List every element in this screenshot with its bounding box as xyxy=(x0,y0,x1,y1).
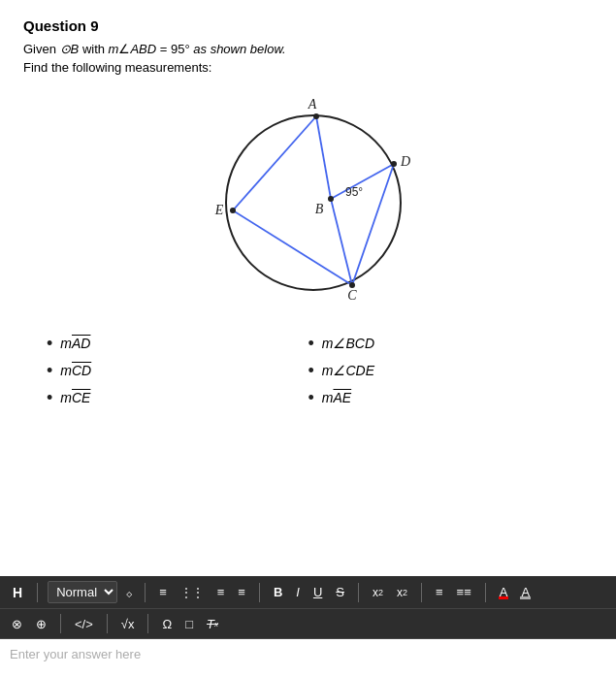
measurement-mCDE: • m∠CDE xyxy=(308,362,570,379)
svg-line-6 xyxy=(233,210,352,285)
divider-4 xyxy=(358,583,359,602)
bullet-3: • xyxy=(47,389,52,406)
mAD-label: mAD xyxy=(60,336,90,351)
underline-button[interactable]: U xyxy=(309,583,326,601)
page-content: Question 9 Given ⊙B with m∠ABD = 95° as … xyxy=(0,0,616,406)
find-text: Find the following measurements: xyxy=(23,60,593,75)
bullet-2: • xyxy=(47,362,52,379)
divider-3 xyxy=(259,583,260,602)
bullet-4: • xyxy=(308,335,314,352)
diagram-svg: A B 95° C D E xyxy=(173,84,444,317)
measurements-col-right: • m∠BCD • m∠CDE • mAE xyxy=(308,335,570,406)
mCE-label: mCE xyxy=(60,390,90,405)
sqrt-btn[interactable]: √x xyxy=(117,615,139,633)
given-suffix: as shown below. xyxy=(193,42,285,56)
measurements-col-left: • mAD • mCD • mCE xyxy=(47,335,308,406)
svg-point-0 xyxy=(226,115,401,290)
style-select[interactable]: Normal xyxy=(48,581,117,603)
divider-2 xyxy=(145,583,146,602)
answer-input-area[interactable]: Enter your answer here xyxy=(0,639,616,676)
justify-btn[interactable]: ≡ xyxy=(234,583,249,601)
heading-button[interactable]: H xyxy=(8,583,27,602)
label-A: A xyxy=(307,97,316,112)
divider-7 xyxy=(60,614,61,633)
svg-point-8 xyxy=(328,196,334,202)
formula-btn[interactable]: □ xyxy=(181,615,197,633)
align-center-btn[interactable]: ⋮⋮ xyxy=(177,584,208,601)
bullet-6: • xyxy=(308,389,314,406)
italic-button[interactable]: I xyxy=(292,583,304,601)
divider-9 xyxy=(147,614,148,633)
omega-btn[interactable]: Ω xyxy=(158,615,176,633)
svg-point-7 xyxy=(313,113,319,119)
question-title: Question 9 xyxy=(23,17,593,34)
circle-diagram: A B 95° C D E xyxy=(23,84,593,317)
divider-5 xyxy=(421,583,422,602)
align-left-btn[interactable]: ≡ xyxy=(155,583,171,601)
svg-line-2 xyxy=(233,116,316,210)
image-btn[interactable]: ⊕ xyxy=(32,615,50,633)
mCDE-label: m∠CDE xyxy=(322,363,374,378)
subscript-button[interactable]: x2 xyxy=(369,584,387,601)
toolbar-row2: ⊗ ⊕ </> √x Ω □ Tx xyxy=(0,609,616,639)
measurement-mAD: • mAD xyxy=(47,335,308,352)
font-color-btn[interactable]: A xyxy=(496,583,512,601)
divider-8 xyxy=(107,614,108,633)
mAE-label: mAE xyxy=(322,390,351,405)
given-circle: ⊙B xyxy=(60,42,80,56)
given-prefix: Given xyxy=(23,42,60,56)
svg-line-4 xyxy=(331,199,352,285)
answer-placeholder: Enter your answer here xyxy=(10,647,141,661)
align-right-btn[interactable]: ≡ xyxy=(213,583,229,601)
mBCD-label: m∠BCD xyxy=(322,336,374,351)
label-D: D xyxy=(399,154,409,169)
label-C: C xyxy=(347,288,357,303)
svg-point-10 xyxy=(391,161,397,167)
measurement-mCD: • mCD xyxy=(47,362,308,379)
given-text: Given ⊙B with m∠ABD = 95° as shown below… xyxy=(23,42,593,56)
measurement-mAE: • mAE xyxy=(308,389,570,406)
superscript-button[interactable]: x2 xyxy=(393,584,411,601)
toolbar-area: H Normal ⬦ ≡ ⋮⋮ ≡ ≡ B I U S x2 x2 ≡ ≡≡ A… xyxy=(0,576,616,676)
divider-1 xyxy=(37,583,38,602)
bullet-1: • xyxy=(47,335,52,352)
list-btn[interactable]: ≡ xyxy=(432,583,447,601)
svg-line-1 xyxy=(316,116,331,199)
label-95: 95° xyxy=(345,185,363,199)
list2-btn[interactable]: ≡≡ xyxy=(453,583,475,601)
mCD-label: mCD xyxy=(60,363,91,378)
given-angle: with m∠ABD = 95° xyxy=(82,42,190,56)
label-E: E xyxy=(213,203,223,217)
measurement-mBCD: • m∠BCD xyxy=(308,335,570,352)
toolbar-spacer xyxy=(0,420,616,536)
bold-button[interactable]: B xyxy=(270,583,286,601)
code-btn[interactable]: </> xyxy=(71,615,97,633)
divider-6 xyxy=(485,583,486,602)
measurements-section: • mAD • mCD • mCE • m∠BCD • m∠CDE • xyxy=(47,335,569,406)
chevron-icon: ⬦ xyxy=(125,585,133,600)
measurement-mCE: • mCE xyxy=(47,389,308,406)
link-btn[interactable]: ⊗ xyxy=(8,615,26,633)
toolbar-row1: H Normal ⬦ ≡ ⋮⋮ ≡ ≡ B I U S x2 x2 ≡ ≡≡ A… xyxy=(0,576,616,609)
bullet-5: • xyxy=(308,362,314,379)
font-highlight-btn[interactable]: A xyxy=(517,583,534,601)
strikethrough-button[interactable]: S xyxy=(332,583,348,601)
svg-point-11 xyxy=(230,208,236,213)
label-B: B xyxy=(314,202,323,216)
clear-format-btn[interactable]: Tx xyxy=(203,615,222,633)
